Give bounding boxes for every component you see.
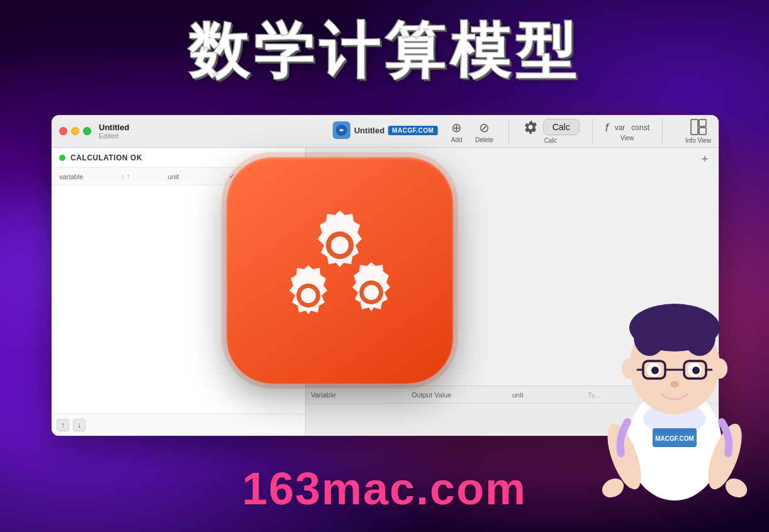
status-text: CALCULATION OK [70,153,142,162]
sort-up-icon[interactable]: ↑ [127,173,130,180]
bottom-url: 163mac.com [242,463,527,514]
toolbar: ⊕ Add ⊘ Delete [446,118,711,144]
traffic-lights [59,127,91,135]
table-col-output: Output Value [412,391,462,399]
svg-point-9 [364,285,379,300]
add-icon: ⊕ [448,119,466,136]
gear-icon [522,118,539,136]
sort-arrows: ↓ ↑ [121,173,130,180]
svg-point-28 [692,367,700,374]
svg-point-27 [651,367,659,374]
svg-point-5 [331,236,349,254]
const-button[interactable]: const [631,123,649,132]
mascot-svg: MACGF.COM [587,268,763,507]
svg-rect-1 [691,119,698,135]
bottom-controls: ↑ ↓ [52,413,305,436]
macgf-badge-titlebar: MACGF.COM [388,126,437,135]
titlebar-filename: Untitled [354,126,384,135]
svg-text:MACGF.COM: MACGF.COM [655,435,694,442]
table-col-unit: unit [512,391,537,399]
delete-icon: ⊘ [476,119,493,136]
window-subtitle: Edited [99,132,129,140]
svg-rect-3 [699,128,706,135]
divider-1 [508,119,509,144]
title-chinese: 数学计算模型 [0,11,769,93]
move-down-button[interactable]: ↓ [73,419,86,431]
svg-point-31 [712,358,727,379]
add-delete-group: ⊕ Add ⊘ Delete [446,119,496,143]
svg-point-7 [301,288,316,303]
down-arrow-icon: ↓ [77,421,81,429]
window-title-main: Untitled [99,123,129,132]
var-button[interactable]: var [615,123,626,132]
calc-icon-row: Calc [522,118,580,136]
divider-3 [662,119,663,144]
svg-point-29 [670,381,679,387]
titlebar: Untitled Edited Untitled MACGF.COM [52,115,719,148]
divider-2 [592,119,593,144]
svg-point-30 [622,358,637,379]
app-icon [227,157,453,384]
calc-group: Calc Calc [522,118,580,144]
add-button[interactable]: ⊕ Add [446,119,468,143]
svg-rect-2 [699,119,706,126]
macgf-icon [333,121,351,139]
info-view-icon [690,118,707,136]
unit-col-header: unit [168,173,179,180]
close-button[interactable] [59,127,67,135]
sort-down-icon[interactable]: ↓ [121,173,125,180]
up-arrow-icon: ↑ [61,421,65,429]
f-button[interactable]: f [605,121,609,135]
move-up-button[interactable]: ↑ [57,419,69,431]
calc-active-button[interactable]: Calc [543,119,580,135]
window-title-group: Untitled Edited [99,123,129,140]
delete-button[interactable]: ⊘ Delete [473,119,496,143]
table-col-variable: Variable [311,391,361,399]
gears-svg [252,182,428,358]
app-icon-background [227,157,453,384]
view-items: f var const [605,121,649,135]
mascot-character: MACGF.COM [587,268,763,507]
titlebar-logo: Untitled MACGF.COM [333,121,438,139]
minimize-button[interactable] [71,127,79,135]
right-add-button[interactable]: + [699,153,711,165]
maximize-button[interactable] [83,127,91,135]
status-dot [59,155,65,161]
variable-col-header: variable [59,173,84,180]
view-group: f var const View [605,121,649,141]
add-delete-icons: ⊕ Add ⊘ Delete [446,119,496,143]
info-view-button[interactable]: Info View [685,118,711,144]
